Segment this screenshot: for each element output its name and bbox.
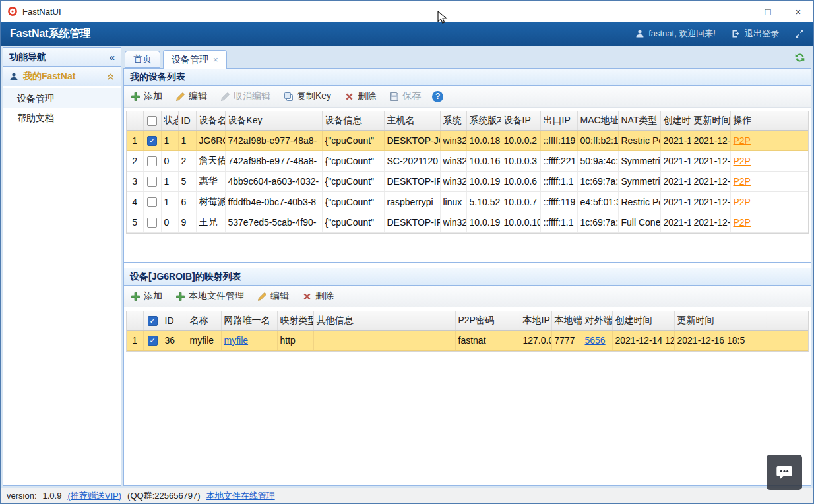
row-checkbox[interactable]: [147, 197, 157, 207]
cell-os: win32: [440, 171, 466, 191]
row-select-cell[interactable]: [143, 171, 161, 191]
col-name: 名称: [187, 311, 221, 330]
table-row[interactable]: 4 1 6 树莓派 ffddfb4e-0bc7-40b3-8 {"cpuCoun…: [127, 191, 808, 212]
cell-id: 6: [178, 191, 196, 212]
col-device-name: 设备名: [196, 111, 225, 130]
col-other-info: 其他信息: [313, 311, 455, 330]
cell-created: 2021-1: [660, 171, 691, 191]
cell-created: 2021-1: [660, 130, 691, 150]
p2p-link[interactable]: P2P: [734, 156, 751, 166]
p2p-link[interactable]: P2P: [734, 217, 751, 228]
copy-key-button[interactable]: 复制Key: [282, 89, 333, 104]
table-row[interactable]: 1 1 1 JG6ROIB 742af98b-e977-48a8- {"cpuC…: [127, 130, 808, 150]
add-icon: [131, 92, 141, 102]
maximize-button[interactable]: □: [753, 1, 783, 22]
qq-group-text: (QQ群:225656797): [127, 490, 201, 502]
cell-device-name: 惠华: [196, 171, 225, 191]
logout-icon: [732, 29, 741, 38]
cell-id: 1: [178, 130, 196, 150]
chat-button[interactable]: [767, 455, 802, 490]
local-file-online-link[interactable]: 本地文件在线管理: [206, 490, 275, 502]
delete-mapping-label: 删除: [315, 290, 334, 302]
cancel-edit-button[interactable]: 取消编辑: [218, 89, 272, 104]
row-checkbox[interactable]: [147, 177, 157, 187]
p2p-link[interactable]: P2P: [734, 135, 751, 146]
select-all-checkbox[interactable]: [148, 316, 158, 326]
sidebar-item-help-docs[interactable]: 帮助文档: [3, 108, 121, 128]
cell-other-info: [313, 330, 455, 350]
cell-status: 1: [161, 130, 178, 150]
col-device-ip: 设备IP: [501, 111, 540, 130]
delete-button[interactable]: 删除: [342, 89, 378, 104]
cell-hostname: DESKTOP-IR: [384, 171, 440, 191]
row-select-cell[interactable]: [143, 150, 161, 171]
row-checkbox[interactable]: [147, 156, 157, 166]
add-icon: [131, 292, 141, 301]
close-button[interactable]: ×: [783, 1, 813, 22]
cell-map-type: http: [277, 330, 313, 350]
col-action: 操作: [730, 111, 757, 130]
tab-home[interactable]: 首页: [125, 51, 160, 68]
select-all-header[interactable]: [143, 311, 162, 330]
col-os: 系统: [440, 111, 466, 130]
welcome-text: fastnat, 欢迎回来!: [648, 28, 716, 40]
add-button[interactable]: 添加: [129, 89, 164, 104]
collapse-sidebar-icon[interactable]: «: [110, 51, 115, 63]
row-checkbox[interactable]: [148, 336, 158, 346]
cell-p2p-password: fastnat: [455, 330, 520, 350]
cell-unique-name: myfile: [221, 330, 277, 350]
edit-mapping-button[interactable]: 编辑: [255, 289, 291, 303]
p2p-link[interactable]: P2P: [734, 176, 751, 187]
edit-button[interactable]: 编辑: [173, 89, 209, 104]
cell-updated: 2021-12-: [691, 191, 730, 212]
accordion-header-my-fastnat[interactable]: 我的FastNat: [3, 67, 121, 86]
table-row[interactable]: 2 0 2 詹天佑 742af98b-e977-48a8- {"cpuCount…: [127, 150, 808, 171]
save-button[interactable]: 保存: [387, 89, 423, 104]
row-select-cell[interactable]: [143, 212, 161, 232]
sidebar-item-device-management[interactable]: 设备管理: [3, 88, 121, 108]
refresh-button[interactable]: [794, 52, 805, 63]
external-port-link[interactable]: 5656: [585, 335, 606, 346]
vip-link[interactable]: (推荐赠送VIP): [67, 490, 121, 502]
row-number: 3: [127, 171, 143, 191]
cell-os: win32: [440, 212, 466, 232]
tab-device-label: 设备管理: [172, 54, 208, 66]
minimize-button[interactable]: –: [722, 1, 753, 22]
cell-updated: 2021-12-: [691, 212, 730, 232]
mapping-table: ID 名称 网路唯一名 映射类型 其他信息 P2P密码 本地IP 本地端口 对外…: [126, 311, 809, 352]
select-all-checkbox[interactable]: [147, 116, 157, 126]
table-row[interactable]: 3 1 5 惠华 4bb9c604-a603-4032- {"cpuCount"…: [127, 171, 808, 191]
col-id: ID: [162, 311, 187, 330]
add-mapping-button[interactable]: 添加: [129, 289, 164, 303]
unique-name-link[interactable]: myfile: [224, 335, 249, 346]
p2p-link[interactable]: P2P: [734, 197, 751, 207]
edit-label: 编辑: [189, 90, 207, 102]
help-icon[interactable]: ?: [432, 91, 443, 102]
logout-button[interactable]: 退出登录: [732, 28, 779, 40]
row-checkbox[interactable]: [147, 136, 157, 146]
tab-home-label: 首页: [133, 53, 152, 65]
cell-status: 0: [161, 212, 178, 232]
tab-device-management[interactable]: 设备管理 ×: [163, 50, 227, 69]
row-select-cell[interactable]: [143, 191, 161, 212]
table-row[interactable]: 5 0 9 王兄 537e7ed5-5cab-4f90- {"cpuCount"…: [127, 212, 808, 232]
col-device-key: 设备Key: [225, 111, 322, 130]
cell-device-ip: 10.0.0.7: [501, 191, 540, 212]
cell-device-key: 4bb9c604-a603-4032-: [225, 171, 322, 191]
expand-icon: [795, 29, 804, 38]
cell-filler: [757, 171, 808, 191]
local-file-manage-button[interactable]: 本地文件管理: [173, 289, 246, 303]
cell-nat-type: Symmetri: [618, 150, 660, 171]
cell-action: P2P: [730, 171, 757, 191]
table-row[interactable]: 1 36 myfile myfile http fastnat 127.0.0: [127, 330, 808, 350]
cell-id: 2: [178, 150, 196, 171]
row-select-cell[interactable]: [143, 330, 162, 350]
accordion-title: 我的FastNat: [23, 71, 75, 82]
tab-close-icon[interactable]: ×: [213, 55, 218, 65]
select-all-header[interactable]: [143, 111, 161, 130]
fullscreen-button[interactable]: [795, 29, 804, 38]
row-select-cell[interactable]: [143, 130, 161, 150]
row-checkbox[interactable]: [147, 218, 157, 228]
pencil-icon: [257, 292, 267, 301]
delete-mapping-button[interactable]: 删除: [300, 289, 336, 303]
